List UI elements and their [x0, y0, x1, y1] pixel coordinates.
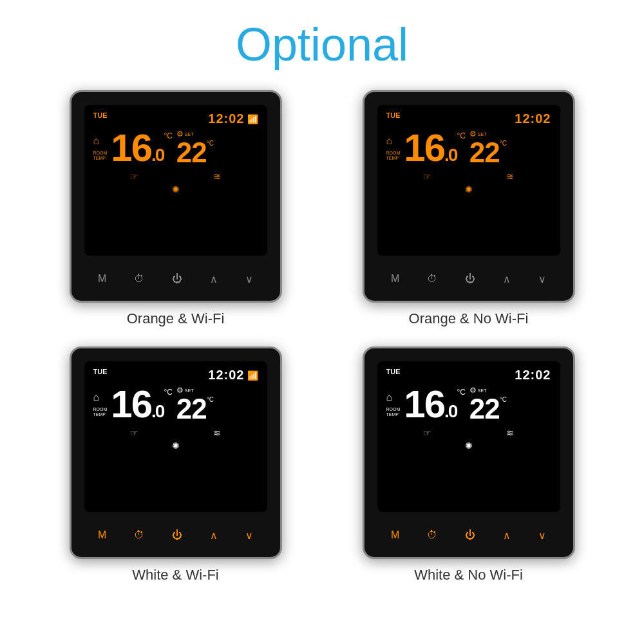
- day-label: TUE: [93, 368, 108, 375]
- set-col: ⚙ SET 22 °C: [176, 129, 214, 167]
- sun-icon: ✺: [172, 184, 180, 194]
- bottom-icons-row: ☞ ≋: [93, 171, 258, 182]
- set-unit: °C: [500, 396, 507, 403]
- device-white-no-wifi: TUE 12:02 ⌂ ROOMTEMP 16.0 °C: [363, 346, 575, 559]
- middle-row: ⌂ ROOMTEMP 16.0 °C ⚙ SET 22: [93, 385, 258, 424]
- temp-big: 16.0: [404, 129, 457, 167]
- set-col: ⚙ SET 22 °C: [469, 386, 507, 423]
- screen-white-no-wifi: TUE 12:02 ⌂ ROOMTEMP 16.0 °C: [377, 361, 560, 512]
- time-wifi: 12:02 📶: [208, 368, 258, 383]
- set-temp-big: 22: [176, 395, 207, 423]
- ctrl-btn-1[interactable]: ⏱: [134, 529, 144, 541]
- controls-orange-wifi: M⏱⏻∧∨: [71, 257, 280, 301]
- flame-icon: ≋: [506, 428, 514, 438]
- thermostat-item-orange-wifi: TUE 12:02 📶 ⌂ ROOMTEMP 16.0 °C: [39, 90, 312, 327]
- room-temp-label: ROOMTEMP: [386, 151, 401, 160]
- time-wifi: 12:02: [515, 368, 551, 383]
- sun-icon: ✺: [465, 440, 473, 451]
- home-icon: ⌂: [93, 392, 100, 403]
- touch-icon: ☞: [130, 171, 138, 182]
- bottom-icons-row: ☞ ≋: [386, 171, 551, 182]
- screen-orange-no-wifi: TUE 12:02 ⌂ ROOMTEMP 16.0 °C: [377, 105, 560, 256]
- ctrl-btn-0[interactable]: M: [391, 273, 399, 285]
- touch-icon: ☞: [423, 171, 431, 182]
- page-title: Optional: [0, 0, 644, 90]
- bottom-icons-row: ☞ ≋: [386, 428, 551, 438]
- wifi-icon: 📶: [247, 370, 258, 381]
- ctrl-btn-3[interactable]: ∧: [210, 529, 218, 542]
- time-wifi: 12:02 📶: [208, 111, 258, 126]
- middle-row: ⌂ ROOMTEMP 16.0 °C ⚙ SET 22: [93, 129, 258, 167]
- thermostat-label-white-wifi: White & Wi-Fi: [132, 567, 218, 583]
- ctrl-btn-3[interactable]: ∧: [210, 273, 218, 285]
- day-label: TUE: [386, 368, 401, 375]
- flame-icon: ≋: [213, 171, 221, 182]
- sun-row: ✺: [386, 440, 551, 451]
- wifi-icon: 📶: [247, 114, 258, 124]
- top-row: TUE 12:02: [386, 111, 551, 126]
- ctrl-btn-2[interactable]: ⏻: [465, 273, 475, 285]
- thermostat-item-white-wifi: TUE 12:02 📶 ⌂ ROOMTEMP 16.0 °C: [39, 346, 312, 583]
- time-display: 12:02: [208, 368, 244, 383]
- touch-icon: ☞: [423, 428, 431, 438]
- room-temp-label: ROOMTEMP: [386, 407, 401, 417]
- ctrl-btn-3[interactable]: ∧: [503, 273, 511, 285]
- screen-white-wifi: TUE 12:02 📶 ⌂ ROOMTEMP 16.0 °C: [84, 361, 267, 512]
- temp-big: 16.0: [111, 385, 164, 424]
- day-label: TUE: [93, 111, 108, 119]
- ctrl-btn-1[interactable]: ⏱: [427, 529, 437, 541]
- home-icon-area: ⌂ ROOMTEMP: [386, 392, 401, 417]
- ctrl-btn-4[interactable]: ∨: [245, 529, 253, 542]
- time-display: 12:02: [515, 111, 551, 126]
- sun-row: ✺: [93, 440, 258, 451]
- flame-icon: ≋: [506, 171, 514, 182]
- ctrl-btn-2[interactable]: ⏻: [172, 529, 182, 541]
- sun-row: ✺: [93, 184, 258, 194]
- home-icon: ⌂: [93, 135, 100, 147]
- current-temp: 16.0 °C: [404, 129, 466, 167]
- home-icon-area: ⌂ ROOMTEMP: [93, 135, 108, 160]
- touch-icon: ☞: [130, 428, 138, 438]
- top-row: TUE 12:02 📶: [93, 111, 258, 126]
- ctrl-btn-4[interactable]: ∨: [245, 273, 253, 285]
- ctrl-btn-2[interactable]: ⏻: [172, 273, 182, 285]
- temp-unit-small: °C: [457, 388, 465, 397]
- ctrl-btn-2[interactable]: ⏻: [465, 529, 475, 541]
- set-temp-big: 22: [469, 138, 500, 167]
- current-temp: 16.0 °C: [404, 385, 466, 424]
- ctrl-btn-0[interactable]: M: [391, 529, 399, 541]
- bottom-icons-row: ☞ ≋: [93, 428, 258, 438]
- time-display: 12:02: [515, 368, 551, 383]
- temp-unit-small: °C: [457, 131, 465, 140]
- sun-icon: ✺: [172, 440, 180, 451]
- ctrl-btn-1[interactable]: ⏱: [427, 273, 437, 285]
- thermostat-item-orange-no-wifi: TUE 12:02 ⌂ ROOMTEMP 16.0 °C: [332, 90, 605, 327]
- set-col: ⚙ SET 22 °C: [176, 386, 214, 423]
- top-row: TUE 12:02 📶: [93, 368, 258, 383]
- home-icon-area: ⌂ ROOMTEMP: [386, 135, 401, 160]
- ctrl-btn-0[interactable]: M: [98, 273, 106, 285]
- ctrl-btn-0[interactable]: M: [98, 529, 106, 541]
- device-white-wifi: TUE 12:02 📶 ⌂ ROOMTEMP 16.0 °C: [70, 346, 282, 559]
- current-temp: 16.0 °C: [111, 129, 173, 167]
- sun-row: ✺: [386, 184, 551, 194]
- screen-orange-wifi: TUE 12:02 📶 ⌂ ROOMTEMP 16.0 °C: [84, 105, 267, 256]
- ctrl-btn-1[interactable]: ⏱: [134, 273, 144, 285]
- room-temp-label: ROOMTEMP: [93, 151, 108, 160]
- middle-row: ⌂ ROOMTEMP 16.0 °C ⚙ SET 22: [386, 129, 551, 167]
- set-label: SET: [185, 388, 194, 393]
- temp-unit-small: °C: [164, 388, 172, 397]
- time-display: 12:02: [208, 111, 244, 126]
- current-temp: 16.0 °C: [111, 385, 173, 424]
- room-temp-label: ROOMTEMP: [93, 407, 108, 417]
- ctrl-btn-4[interactable]: ∨: [538, 529, 546, 542]
- set-unit: °C: [207, 396, 214, 403]
- set-col: ⚙ SET 22 °C: [469, 129, 507, 167]
- temp-unit-small: °C: [164, 131, 172, 140]
- day-label: TUE: [386, 111, 401, 119]
- set-label: SET: [185, 132, 194, 137]
- ctrl-btn-3[interactable]: ∧: [503, 529, 511, 542]
- time-wifi: 12:02: [515, 111, 551, 126]
- ctrl-btn-4[interactable]: ∨: [538, 273, 546, 285]
- temp-big: 16.0: [404, 385, 457, 424]
